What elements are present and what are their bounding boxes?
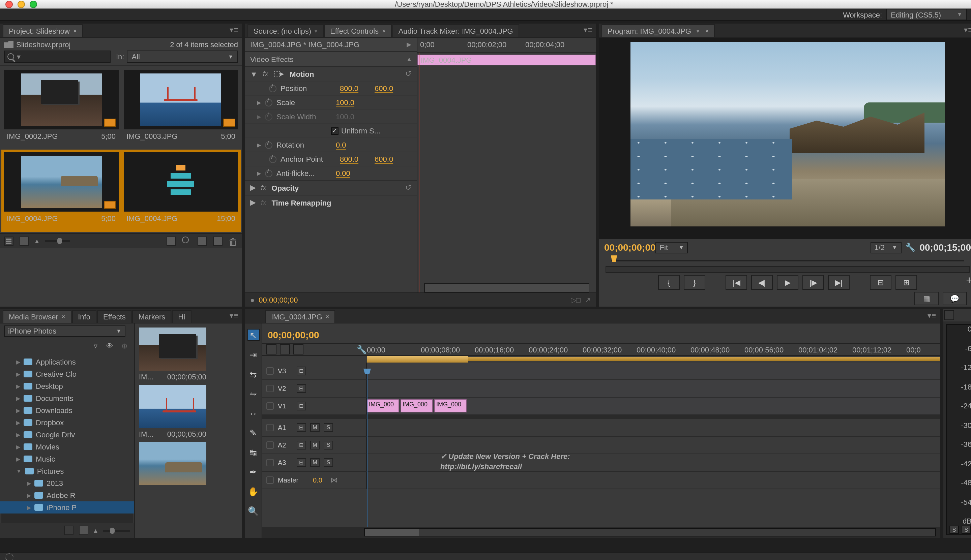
tab-source[interactable]: Source: (no clips)▾ [247, 24, 323, 37]
video-track-v1[interactable]: V1⊟IMG_000IMG_000IMG_000 [262, 398, 940, 415]
folder-google driv[interactable]: ▶Google Driv [0, 428, 134, 441]
effect-motion-pin[interactable]: ⬚▸ [273, 69, 284, 78]
lift-button[interactable]: ⊟ [870, 275, 891, 290]
go-to-out-button[interactable]: ▶| [828, 275, 850, 290]
list-view-icon[interactable] [64, 526, 74, 535]
step-back-button[interactable]: ◀| [751, 275, 773, 290]
mark-out-button[interactable]: } [684, 275, 705, 290]
program-canvas[interactable] [599, 38, 971, 239]
stopwatch-icon[interactable] [269, 85, 276, 92]
ec-nav-next-icon[interactable]: ↗ [585, 295, 591, 304]
lock-icon[interactable] [266, 477, 274, 484]
lock-icon[interactable] [266, 385, 274, 392]
icon-view-icon[interactable] [20, 236, 29, 246]
mb-hscroll[interactable] [2, 513, 133, 523]
linked-selection-button[interactable] [280, 344, 290, 355]
lock-icon[interactable] [266, 424, 274, 431]
timeline-hscroll[interactable] [262, 527, 940, 538]
video-track-v3[interactable]: V3⊟ [262, 363, 940, 380]
uniform-checkbox[interactable]: ✓ [331, 127, 339, 135]
panel-menu-icon[interactable]: ▾≡ [964, 26, 971, 34]
zoom-tool[interactable]: 🔍 [247, 505, 259, 517]
project-item[interactable]: IMG_0004.JPG5;00 [2, 150, 121, 232]
tab-info[interactable]: Info [72, 310, 97, 323]
in-filter-select[interactable]: All▼ [127, 50, 238, 63]
folder-pictures[interactable]: ▼Pictures [0, 465, 134, 477]
stopwatch-icon[interactable] [265, 99, 272, 106]
panel-menu-icon[interactable]: ▾≡ [230, 311, 238, 320]
panel-menu-icon[interactable]: ▾≡ [928, 311, 936, 320]
position-y[interactable]: 600.0 [374, 84, 393, 92]
rolling-tool[interactable]: ⥊ [247, 387, 259, 400]
timeline-settings-icon[interactable]: 🔧 [357, 345, 367, 354]
effect-motion-label[interactable]: Motion [290, 70, 314, 78]
folder-2013[interactable]: ▶2013 [0, 477, 134, 489]
tab-hi[interactable]: Hi [172, 310, 191, 323]
mute-button[interactable]: M [310, 441, 319, 450]
tab-audio-mixer[interactable]: Audio Track Mixer: IMG_0004.JPG [393, 24, 519, 37]
lock-icon[interactable] [266, 367, 274, 375]
toggle-output[interactable]: ⊟ [297, 402, 306, 410]
find-icon[interactable] [182, 236, 192, 246]
ec-nav-prev-icon[interactable]: ▷□ [571, 295, 581, 304]
toggle-output[interactable]: ⊟ [297, 367, 306, 375]
project-item[interactable]: IMG_0002.JPG5;00 [2, 67, 121, 150]
antiflicker-value[interactable]: 0.00 [336, 169, 350, 177]
close-icon[interactable]: × [73, 28, 77, 34]
play-button[interactable]: ▶ [777, 275, 798, 290]
folder-adobe r[interactable]: ▶Adobe R [0, 489, 134, 502]
folder-documents[interactable]: ▶Documents [0, 392, 134, 404]
effect-opacity-label[interactable]: Opacity [272, 183, 299, 192]
add-button-icon[interactable]: + [966, 274, 971, 287]
timeline-timecode[interactable]: 00;00;00;00 [268, 330, 319, 340]
list-view-icon[interactable] [4, 236, 13, 246]
razor-tool[interactable]: ✎ [247, 427, 259, 439]
program-bar-zoom[interactable] [605, 266, 969, 273]
zoom-window[interactable] [30, 0, 37, 8]
position-x[interactable]: 800.0 [340, 84, 358, 92]
tab-media-browser[interactable]: Media Browser× [3, 310, 71, 323]
solo-right[interactable]: S [961, 526, 971, 534]
mark-in-button[interactable]: { [658, 275, 680, 290]
workspace-select[interactable]: Editing (CS5.5)▼ [886, 9, 967, 20]
playhead[interactable] [367, 373, 368, 527]
rate-stretch-tool[interactable]: ↔ [247, 407, 259, 419]
go-to-in-button[interactable]: |◀ [725, 275, 747, 290]
effect-timeremap-label[interactable]: Time Remapping [272, 198, 331, 207]
toggle-output[interactable]: ⊟ [297, 423, 306, 432]
trash-icon[interactable]: 🗑 [229, 236, 238, 246]
filter-icon[interactable]: ▿ [94, 341, 98, 350]
project-item[interactable]: IMG_0004.JPG15;00 [121, 150, 241, 232]
pen-tool[interactable]: ✒ [247, 466, 259, 478]
track-select-tool[interactable]: ⇥ [247, 348, 259, 360]
slip-tool[interactable]: ↹ [247, 446, 259, 458]
tab-project[interactable]: Project: Slideshow× [3, 24, 83, 37]
ripple-tool[interactable]: ⇆ [247, 368, 259, 380]
timeline-clip[interactable]: IMG_000 [434, 399, 466, 412]
playhead-line[interactable] [419, 53, 419, 292]
media-thumb[interactable]: IM...00;00;05;00 [139, 385, 206, 438]
selection-tool[interactable]: ↖ [247, 329, 259, 341]
close-icon[interactable]: × [382, 28, 386, 34]
folder-desktop[interactable]: ▶Desktop [0, 380, 134, 392]
mute-button[interactable]: M [310, 458, 319, 467]
marker-button[interactable] [293, 344, 303, 355]
ingest-icon[interactable]: ⊕ [121, 341, 127, 350]
lock-icon[interactable] [266, 402, 274, 410]
panel-menu-icon[interactable]: ▾≡ [583, 26, 592, 34]
audio-track-a3[interactable]: A3⊟MS [262, 454, 940, 472]
timeline-clip[interactable]: IMG_000 [367, 399, 399, 412]
master-track[interactable]: Master0.0⋈ [262, 472, 940, 489]
chat-icon[interactable]: 💬 [943, 292, 967, 305]
program-timecode-left[interactable]: 00;00;00;00 [604, 242, 656, 253]
toggle-output[interactable]: ⊟ [297, 458, 306, 467]
lock-icon[interactable] [266, 442, 274, 449]
rotation-value[interactable]: 0.0 [336, 141, 346, 149]
tab-program[interactable]: Program: IMG_0004.JPG▾× [602, 24, 715, 37]
thumb-view-icon[interactable] [79, 526, 89, 535]
tab-sequence[interactable]: IMG_0004.JPG× [265, 310, 335, 323]
tab-markers[interactable]: Markers [132, 310, 171, 323]
new-bin-icon[interactable] [197, 236, 207, 246]
audio-track-a2[interactable]: A2⊟MS [262, 437, 940, 454]
anchor-x[interactable]: 800.0 [340, 155, 358, 163]
